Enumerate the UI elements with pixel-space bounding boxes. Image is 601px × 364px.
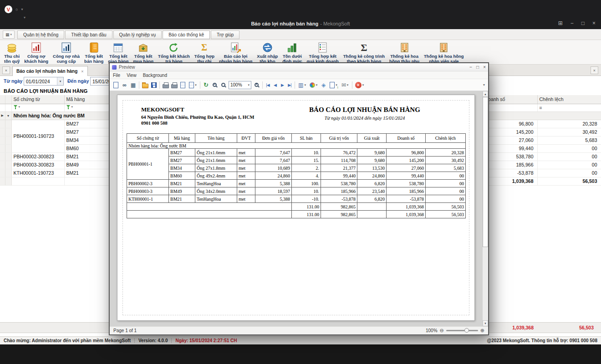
from-date-input[interactable]: 01/01/2024 ▾ bbox=[24, 77, 64, 86]
fit-screen-icon[interactable]: ⊞ bbox=[558, 20, 563, 26]
tab-quan-tri-he-thong[interactable]: Quản trị hệ thống bbox=[17, 30, 64, 39]
tab-close-icon[interactable]: × bbox=[81, 69, 83, 74]
cell-item: BM60 bbox=[64, 144, 114, 152]
minimize-icon[interactable]: − bbox=[570, 20, 574, 26]
zoom-tool-icon[interactable] bbox=[219, 81, 228, 89]
ribbon-button-thong-ke-cong-trinh[interactable]: Σ Thống kê công trìnhtheo khách hàng bbox=[341, 40, 387, 64]
zoom-out-icon[interactable] bbox=[210, 81, 219, 89]
to-date-label: Đến ngày bbox=[67, 78, 89, 84]
ribbon-button-cong-no-khach-hang[interactable]: Công nợkhách hàng bbox=[22, 40, 51, 64]
scroll-up-icon[interactable]: ▲ bbox=[483, 91, 488, 97]
ribbon-button-ton-duoi-dinh-muc[interactable]: Tồn dướiđịnh mức bbox=[280, 40, 304, 64]
grid-title: BÁO CÁO LỢI NHUẬN BÁN HÀNG bbox=[4, 88, 87, 94]
close-all-tabs-icon[interactable]: × bbox=[2, 66, 10, 74]
tab-bao-cao-thong-ke[interactable]: Báo cáo thống kê bbox=[163, 30, 210, 39]
tab-thiet-lap-ban-dau[interactable]: Thiết lập ban đầu bbox=[65, 30, 112, 39]
ribbon-button-hoa-hong-thau-phu[interactable]: Thống kê hoahồng thầu phụ bbox=[387, 40, 422, 64]
refresh-icon[interactable]: ↻ bbox=[202, 81, 210, 89]
zoom-increase-icon[interactable]: ⊕ bbox=[480, 328, 484, 334]
ribbon-button-tong-hop-thu-chi[interactable]: Σ Tổng hợpthu chi bbox=[192, 40, 217, 64]
preview-menubar: File View Background bbox=[110, 71, 488, 79]
zoom-in-icon[interactable] bbox=[252, 81, 261, 89]
preview-minimize-icon[interactable]: − bbox=[469, 65, 472, 70]
next-page-icon[interactable]: ▶ bbox=[279, 81, 286, 89]
zoom-decrease-icon[interactable]: ⊖ bbox=[440, 328, 444, 334]
maximize-icon[interactable]: □ bbox=[581, 20, 585, 26]
ribbon-button-xuat-nhap-ton-kho[interactable]: Xuất nhậptồn kho bbox=[255, 40, 280, 64]
mekongsoft-logo-icon: V bbox=[5, 5, 12, 13]
gold-sigma-icon: Σ bbox=[198, 41, 210, 54]
ribbon-button-thu-chi-ton-quy[interactable]: Thu chitồn quỹ bbox=[2, 40, 22, 64]
quick-print-icon[interactable] bbox=[170, 81, 178, 89]
ribbon-button-tong-hop-ket-qua-kinh-doanh[interactable]: Tổng hợp kếtquả kinh doanh bbox=[305, 40, 341, 64]
open-icon[interactable] bbox=[141, 81, 149, 89]
toolbar-overflow-icon[interactable]: ▾ bbox=[483, 83, 486, 87]
search-icon[interactable]: ∞ bbox=[120, 81, 129, 89]
preview-scrollbar[interactable]: ▲ ▼ bbox=[482, 91, 488, 326]
group-collapse-icon[interactable]: ▾ bbox=[7, 114, 9, 118]
zoom-level-select[interactable]: 100%▾ bbox=[229, 81, 251, 89]
page-margins-icon[interactable] bbox=[178, 81, 187, 89]
first-page-icon[interactable]: |◀ bbox=[264, 81, 271, 89]
page-color-icon[interactable]: ▾ bbox=[308, 81, 319, 89]
ribbon-button-cong-no-nha-cung-cap[interactable]: Công nợ nhàcung cấp bbox=[51, 40, 82, 64]
cell-revenue: -53,878 bbox=[483, 169, 537, 177]
last-page-icon[interactable]: ▶| bbox=[286, 81, 293, 89]
column-header-so-chung-tu[interactable]: Số chứng từ bbox=[11, 95, 64, 104]
column-header-ma-hang[interactable]: Mã hàng bbox=[64, 95, 114, 104]
cell-revenue: 99,440 bbox=[483, 144, 537, 152]
ribbon-options-caret-icon[interactable]: ▾ bbox=[24, 15, 25, 20]
scrollbar-thumb[interactable] bbox=[483, 97, 488, 247]
calendar-icon bbox=[112, 41, 124, 54]
tab-quan-ly-nghiep-vu[interactable]: Quản lý nghiệp vụ bbox=[113, 30, 162, 39]
menu-background[interactable]: Background bbox=[140, 73, 170, 78]
filter-equals-icon[interactable]: = bbox=[540, 106, 542, 111]
welcome-message: Chào mừng: Administrator đến với phần mề… bbox=[4, 338, 131, 343]
save-icon[interactable] bbox=[149, 81, 158, 89]
close-icon[interactable]: × bbox=[592, 20, 596, 26]
page-scale-icon[interactable]: ▾ bbox=[187, 81, 199, 89]
send-email-icon[interactable]: ✉▾ bbox=[339, 81, 351, 89]
multiple-pages-icon[interactable]: ▥▾ bbox=[296, 81, 308, 89]
print-icon[interactable] bbox=[161, 81, 170, 89]
filter-funnel-icon[interactable]: ▾ bbox=[66, 105, 76, 110]
tab-tro-giup[interactable]: Trợ giúp bbox=[211, 30, 239, 39]
cell-item: BM21 bbox=[64, 152, 114, 161]
report-row: PBH00002-3 BM21 TenHangHoa met 5,388 100… bbox=[127, 180, 466, 187]
cell-doc: PBH00003-300823 bbox=[11, 161, 64, 169]
preview-close-icon[interactable]: × bbox=[483, 65, 486, 70]
quick-access-toolbar: V ○ ▾ bbox=[5, 5, 23, 13]
ribbon-button-bao-cao-loi-nhuan-ban-hang[interactable]: Báo cáo lợinhuận bán hàng bbox=[217, 40, 255, 64]
column-header-doanh-so[interactable]: Doanh số bbox=[483, 95, 537, 104]
preview-maximize-icon[interactable]: □ bbox=[476, 65, 479, 70]
ribbon-button-tong-ket-giao-hang[interactable]: Tổng kếtgiao hàng bbox=[106, 40, 131, 64]
summary-diff-total: 56,503 bbox=[537, 325, 594, 330]
quick-access-caret-icon[interactable]: ▾ bbox=[21, 7, 23, 11]
building-icon bbox=[438, 41, 450, 54]
close-document-icon[interactable]: × bbox=[591, 66, 598, 74]
filter-funnel-icon[interactable]: ▾ bbox=[14, 105, 23, 110]
apps-menu-button[interactable]: ▦ ▾ bbox=[3, 30, 15, 39]
previous-page-icon[interactable]: ◀ bbox=[271, 81, 279, 89]
ribbon-button-tong-ket-mua-hang[interactable]: Tổng kếtmua hàng bbox=[131, 40, 156, 64]
ribbon-button-hoa-hong-nhan-vien-sale[interactable]: Thống kê hoa hồngnhân viên sale bbox=[422, 40, 466, 64]
scroll-down-icon[interactable]: ▼ bbox=[483, 320, 488, 326]
report-title-block: BÁO CÁO LỢI NHUẬN BÁN HÀNG Từ ngày 01/01… bbox=[263, 106, 466, 121]
quick-access-circle-icon[interactable]: ○ bbox=[15, 7, 18, 12]
dropdown-caret-icon[interactable]: ▾ bbox=[57, 77, 63, 85]
customize-icon[interactable]: ▦ bbox=[129, 81, 138, 89]
column-header-chenh-lech[interactable]: Chênh lệch bbox=[537, 95, 601, 104]
export-document-icon[interactable]: ▾ bbox=[328, 81, 339, 89]
preview-titlebar[interactable]: Preview − □ × bbox=[110, 63, 488, 71]
page-setup-icon[interactable] bbox=[112, 81, 120, 89]
close-preview-icon[interactable]: ×▾ bbox=[354, 81, 365, 89]
ribbon-button-tong-ket-khach-tra-hang[interactable]: Tổng kết kháchtrả hàng bbox=[156, 40, 192, 64]
zoom-slider[interactable] bbox=[446, 330, 478, 331]
watermark-icon[interactable]: ◈ bbox=[319, 81, 328, 89]
menu-view[interactable]: View bbox=[123, 73, 140, 78]
window-controls: ⊞ − □ × bbox=[558, 20, 596, 26]
zoom-slider-handle[interactable] bbox=[464, 328, 469, 333]
ribbon-button-tong-ket-ban-hang[interactable]: Tổng kếtbán hàng bbox=[82, 40, 106, 64]
document-tab-bao-cao-loi-nhuan[interactable]: Báo cáo lợi nhuận bán hàng × bbox=[12, 66, 88, 76]
menu-file[interactable]: File bbox=[110, 73, 123, 78]
